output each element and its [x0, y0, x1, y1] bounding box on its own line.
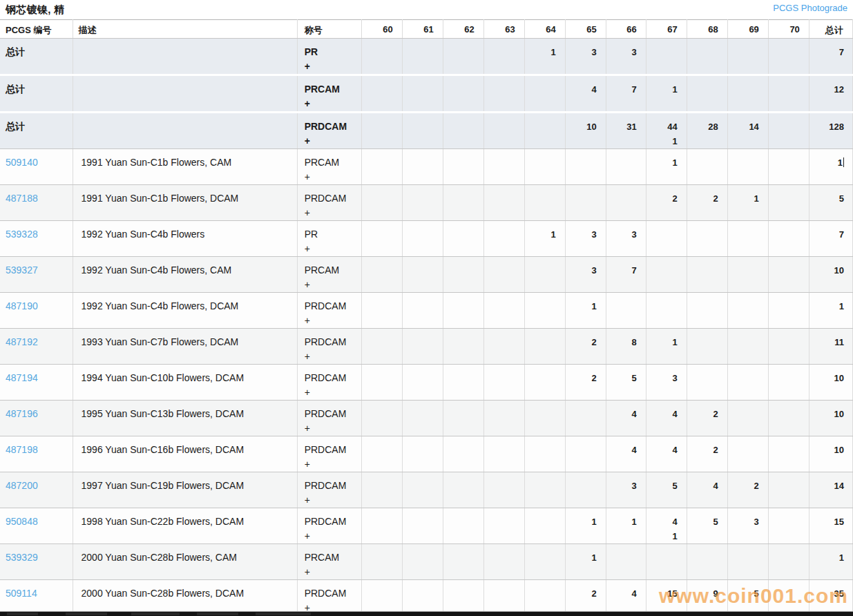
grade-69-cell — [727, 436, 768, 472]
grade-68-cell — [687, 39, 727, 75]
grade-67-cell: 4 — [646, 436, 687, 472]
grade-67-cell — [646, 544, 687, 580]
designation-cell: PR + — [297, 221, 361, 257]
grade-63-cell — [483, 544, 524, 580]
grade-64-cell — [524, 472, 565, 508]
designation-cell: PR + — [297, 39, 361, 75]
grade-60-cell — [361, 293, 402, 329]
column-header-description: 描述 — [73, 20, 297, 39]
designation-cell: PRDCAM + — [297, 472, 361, 508]
grade-62-cell — [443, 149, 483, 185]
description-cell: 1991 Yuan Sun-C1b Flowers, DCAM — [73, 185, 297, 221]
table-row: 4871961995 Yuan Sun-C13b Flowers, DCAMPR… — [0, 401, 853, 436]
description-cell — [73, 39, 297, 75]
description-cell: 1998 Yuan Sun-C22b Flowers, DCAM — [73, 508, 297, 544]
grade-65-cell: 2 — [565, 365, 606, 401]
table-row: 4871921993 Yuan Sun-C7b Flowers, DCAMPRD… — [0, 329, 853, 365]
grade-66-cell: 3 — [606, 39, 646, 75]
grade-63-cell — [483, 580, 524, 616]
grade-61-cell — [402, 221, 443, 257]
pcgs-number-link[interactable]: 487192 — [6, 336, 38, 347]
grade-65-cell: 1 — [565, 508, 606, 544]
grade-65-cell — [565, 472, 606, 508]
table-row: 5393281992 Yuan Sun-C4b FlowersPR +1337 — [0, 221, 853, 257]
grade-69-cell — [727, 293, 768, 329]
grade-66-cell — [606, 185, 646, 221]
grade-67-cell: 4 — [646, 401, 687, 436]
grade-61-cell — [402, 401, 443, 436]
grade-70-cell — [768, 221, 809, 257]
column-header-总计: 总计 — [809, 20, 852, 39]
description-cell: 1995 Yuan Sun-C13b Flowers, DCAM — [73, 401, 297, 436]
grade-60-cell — [361, 544, 402, 580]
grade-69-cell — [727, 257, 768, 293]
pcgs-number-link[interactable]: 487196 — [6, 408, 38, 419]
grade-70-cell — [768, 113, 809, 149]
designation-cell: PRCAM + — [297, 257, 361, 293]
pcgs-number-link[interactable]: 539329 — [6, 552, 38, 563]
total-cell: 5 — [809, 185, 852, 221]
pcgs-number-link[interactable]: 487188 — [6, 193, 38, 204]
designation-cell: PRCAM + — [297, 75, 361, 113]
grade-68-cell — [687, 365, 727, 401]
grade-62-cell — [443, 580, 483, 616]
grade-66-cell: 7 — [606, 75, 646, 113]
grade-63-cell — [483, 329, 524, 365]
grade-61-cell — [402, 293, 443, 329]
grade-70-cell — [768, 257, 809, 293]
grade-66-cell — [606, 544, 646, 580]
population-table: PCGS 编号描述称号6061626364656667686970总计 总计PR… — [0, 19, 853, 616]
pcgs-number-link[interactable]: 487200 — [6, 480, 38, 491]
column-header-60: 60 — [361, 20, 402, 39]
total-cell: 10 — [809, 257, 852, 293]
grade-69-cell — [727, 329, 768, 365]
table-row: 5393271992 Yuan Sun-C4b Flowers, CAMPRCA… — [0, 257, 853, 293]
grade-61-cell — [402, 472, 443, 508]
grade-66-cell: 7 — [606, 257, 646, 293]
grade-60-cell — [361, 401, 402, 436]
grade-63-cell — [483, 257, 524, 293]
grade-69-cell — [727, 39, 768, 75]
column-header-65: 65 — [565, 20, 606, 39]
description-cell: 1991 Yuan Sun-C1b Flowers, CAM — [73, 149, 297, 185]
grade-70-cell — [768, 293, 809, 329]
pcgs-number-link[interactable]: 950848 — [6, 516, 38, 527]
pcgs-number-link[interactable]: 509140 — [6, 157, 38, 168]
designation-cell: PRDCAM + — [297, 580, 361, 616]
grade-67-cell: 15 — [646, 580, 687, 616]
grade-63-cell — [483, 75, 524, 113]
table-row: 5393292000 Yuan Sun-C28b Flowers, CAMPRC… — [0, 544, 853, 580]
text-cursor — [843, 157, 844, 167]
grade-61-cell — [402, 39, 443, 75]
description-cell: 1997 Yuan Sun-C19b Flowers, DCAM — [73, 472, 297, 508]
table-row: 5091142000 Yuan Sun-C28b Flowers, DCAMPR… — [0, 580, 853, 616]
column-header-61: 61 — [402, 20, 443, 39]
table-row: 4871981996 Yuan Sun-C16b Flowers, DCAMPR… — [0, 436, 853, 472]
grade-62-cell — [443, 472, 483, 508]
pcgs-number-link[interactable]: 509114 — [6, 588, 37, 599]
pcgs-number-link[interactable]: 487194 — [6, 372, 38, 383]
grade-64-cell — [524, 329, 565, 365]
table-row: 9508481998 Yuan Sun-C22b Flowers, DCAMPR… — [0, 508, 853, 544]
pcgs-photograde-link[interactable]: PCGS Photograde — [773, 0, 853, 13]
grade-67-cell — [646, 257, 687, 293]
grade-67-cell — [646, 39, 687, 75]
total-cell: 10 — [809, 401, 852, 436]
grade-70-cell — [768, 436, 809, 472]
grade-62-cell — [443, 113, 483, 149]
grade-63-cell — [483, 401, 524, 436]
column-header-63: 63 — [483, 20, 524, 39]
grade-66-cell: 3 — [606, 221, 646, 257]
pcgs-number-link[interactable]: 487198 — [6, 444, 38, 455]
pcgs-number-link[interactable]: 487190 — [6, 300, 38, 311]
designation-cell: PRDCAM + — [297, 293, 361, 329]
pcgs-number-link[interactable]: 539327 — [6, 264, 38, 276]
grade-60-cell — [361, 436, 402, 472]
grade-62-cell — [443, 401, 483, 436]
grade-60-cell — [361, 75, 402, 113]
grade-65-cell — [565, 185, 606, 221]
grade-60-cell — [361, 580, 402, 616]
grade-66-cell: 5 — [606, 365, 646, 401]
grade-65-cell: 1 — [565, 293, 606, 329]
pcgs-number-link[interactable]: 539328 — [6, 229, 38, 240]
